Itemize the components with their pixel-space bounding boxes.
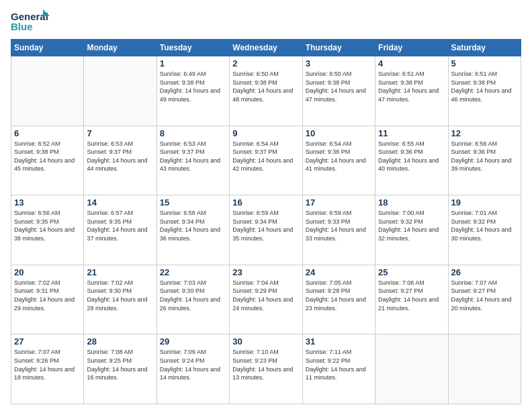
day-number: 28 xyxy=(87,336,153,347)
day-number: 6 xyxy=(14,128,81,138)
day-number: 2 xyxy=(232,58,299,68)
weekday-header-monday: Monday xyxy=(84,40,157,56)
day-number: 30 xyxy=(232,336,299,347)
calendar-cell: 31Sunrise: 7:11 AMSunset: 9:22 PMDayligh… xyxy=(302,334,375,404)
week-row-4: 20Sunrise: 7:02 AMSunset: 9:31 PMDayligh… xyxy=(11,265,521,334)
day-info: Sunrise: 7:02 AMSunset: 9:31 PMDaylight:… xyxy=(14,279,81,312)
day-number: 15 xyxy=(160,197,226,208)
calendar-cell: 2Sunrise: 6:50 AMSunset: 9:38 PMDaylight… xyxy=(230,56,302,126)
day-info: Sunrise: 7:02 AMSunset: 9:30 PMDaylight:… xyxy=(87,279,153,312)
day-info: Sunrise: 7:07 AMSunset: 9:26 PMDaylight:… xyxy=(14,348,81,381)
day-info: Sunrise: 6:49 AMSunset: 9:38 PMDaylight:… xyxy=(160,70,226,103)
day-number: 5 xyxy=(451,58,518,68)
weekday-header-row: SundayMondayTuesdayWednesdayThursdayFrid… xyxy=(11,40,521,56)
calendar-cell: 22Sunrise: 7:03 AMSunset: 9:30 PMDayligh… xyxy=(157,265,229,334)
calendar-cell xyxy=(448,334,521,404)
day-info: Sunrise: 7:06 AMSunset: 9:27 PMDaylight:… xyxy=(378,279,445,312)
calendar-cell: 12Sunrise: 6:56 AMSunset: 9:36 PMDayligh… xyxy=(448,126,521,195)
calendar-cell: 7Sunrise: 6:53 AMSunset: 9:37 PMDaylight… xyxy=(84,126,157,195)
day-number: 8 xyxy=(160,128,226,138)
calendar-cell: 30Sunrise: 7:10 AMSunset: 9:23 PMDayligh… xyxy=(230,334,302,404)
day-number: 20 xyxy=(14,267,81,277)
day-info: Sunrise: 6:54 AMSunset: 9:36 PMDaylight:… xyxy=(306,140,372,173)
calendar-cell xyxy=(84,56,157,126)
calendar-cell: 24Sunrise: 7:05 AMSunset: 9:28 PMDayligh… xyxy=(302,265,375,334)
day-number: 18 xyxy=(378,197,445,208)
calendar-cell: 16Sunrise: 6:59 AMSunset: 9:34 PMDayligh… xyxy=(230,195,302,265)
day-info: Sunrise: 6:56 AMSunset: 9:36 PMDaylight:… xyxy=(451,140,518,173)
calendar-cell: 29Sunrise: 7:09 AMSunset: 9:24 PMDayligh… xyxy=(157,334,229,404)
day-info: Sunrise: 6:52 AMSunset: 9:38 PMDaylight:… xyxy=(14,140,81,173)
day-info: Sunrise: 6:58 AMSunset: 9:34 PMDaylight:… xyxy=(160,209,226,242)
day-info: Sunrise: 6:50 AMSunset: 9:38 PMDaylight:… xyxy=(232,70,299,103)
day-number: 3 xyxy=(306,58,372,68)
calendar-cell xyxy=(375,334,448,404)
week-row-3: 13Sunrise: 6:56 AMSunset: 9:35 PMDayligh… xyxy=(11,195,521,265)
day-number: 29 xyxy=(160,336,226,347)
day-number: 13 xyxy=(14,197,81,208)
day-number: 9 xyxy=(232,128,299,138)
day-number: 11 xyxy=(378,128,445,138)
day-info: Sunrise: 6:59 AMSunset: 9:34 PMDaylight:… xyxy=(232,209,299,242)
day-number: 24 xyxy=(306,267,372,277)
calendar-cell: 10Sunrise: 6:54 AMSunset: 9:36 PMDayligh… xyxy=(302,126,375,195)
day-number: 1 xyxy=(160,58,226,68)
day-info: Sunrise: 7:10 AMSunset: 9:23 PMDaylight:… xyxy=(232,348,299,381)
weekday-header-friday: Friday xyxy=(375,40,448,56)
calendar: SundayMondayTuesdayWednesdayThursdayFrid… xyxy=(11,39,521,404)
calendar-cell: 14Sunrise: 6:57 AMSunset: 9:35 PMDayligh… xyxy=(84,195,157,265)
day-number: 4 xyxy=(378,58,445,68)
day-info: Sunrise: 6:50 AMSunset: 9:38 PMDaylight:… xyxy=(306,70,372,103)
weekday-header-wednesday: Wednesday xyxy=(230,40,302,56)
weekday-header-thursday: Thursday xyxy=(302,40,375,56)
day-info: Sunrise: 7:00 AMSunset: 9:32 PMDaylight:… xyxy=(378,209,445,242)
calendar-cell: 18Sunrise: 7:00 AMSunset: 9:32 PMDayligh… xyxy=(375,195,448,265)
day-info: Sunrise: 7:03 AMSunset: 9:30 PMDaylight:… xyxy=(160,279,226,312)
day-info: Sunrise: 6:53 AMSunset: 9:37 PMDaylight:… xyxy=(87,140,153,173)
day-info: Sunrise: 7:01 AMSunset: 9:32 PMDaylight:… xyxy=(451,209,518,242)
calendar-cell: 17Sunrise: 6:59 AMSunset: 9:33 PMDayligh… xyxy=(302,195,375,265)
week-row-5: 27Sunrise: 7:07 AMSunset: 9:26 PMDayligh… xyxy=(11,334,521,404)
calendar-cell: 1Sunrise: 6:49 AMSunset: 9:38 PMDaylight… xyxy=(157,56,229,126)
weekday-header-tuesday: Tuesday xyxy=(157,40,229,56)
calendar-cell: 20Sunrise: 7:02 AMSunset: 9:31 PMDayligh… xyxy=(11,265,84,334)
day-number: 25 xyxy=(378,267,445,277)
day-info: Sunrise: 7:09 AMSunset: 9:24 PMDaylight:… xyxy=(160,348,226,381)
day-number: 21 xyxy=(87,267,153,277)
day-info: Sunrise: 6:51 AMSunset: 9:38 PMDaylight:… xyxy=(451,70,518,103)
day-info: Sunrise: 7:04 AMSunset: 9:29 PMDaylight:… xyxy=(232,279,299,312)
day-number: 7 xyxy=(87,128,153,138)
calendar-cell: 28Sunrise: 7:08 AMSunset: 9:25 PMDayligh… xyxy=(84,334,157,404)
week-row-2: 6Sunrise: 6:52 AMSunset: 9:38 PMDaylight… xyxy=(11,126,521,195)
day-info: Sunrise: 6:54 AMSunset: 9:37 PMDaylight:… xyxy=(232,140,299,173)
calendar-cell: 15Sunrise: 6:58 AMSunset: 9:34 PMDayligh… xyxy=(157,195,229,265)
calendar-cell: 19Sunrise: 7:01 AMSunset: 9:32 PMDayligh… xyxy=(448,195,521,265)
page: GeneralBlue SundayMondayTuesdayWednesday… xyxy=(0,0,532,411)
day-number: 17 xyxy=(306,197,372,208)
calendar-cell: 26Sunrise: 7:07 AMSunset: 9:27 PMDayligh… xyxy=(448,265,521,334)
day-number: 12 xyxy=(451,128,518,138)
calendar-cell: 8Sunrise: 6:53 AMSunset: 9:37 PMDaylight… xyxy=(157,126,229,195)
calendar-cell xyxy=(11,56,84,126)
weekday-header-sunday: Sunday xyxy=(11,40,84,56)
day-number: 19 xyxy=(451,197,518,208)
day-info: Sunrise: 7:07 AMSunset: 9:27 PMDaylight:… xyxy=(451,279,518,312)
calendar-cell: 4Sunrise: 6:51 AMSunset: 9:38 PMDaylight… xyxy=(375,56,448,126)
day-number: 14 xyxy=(87,197,153,208)
weekday-header-saturday: Saturday xyxy=(448,40,521,56)
day-info: Sunrise: 6:56 AMSunset: 9:35 PMDaylight:… xyxy=(14,209,81,242)
day-number: 16 xyxy=(232,197,299,208)
day-info: Sunrise: 6:53 AMSunset: 9:37 PMDaylight:… xyxy=(160,140,226,173)
day-info: Sunrise: 7:11 AMSunset: 9:22 PMDaylight:… xyxy=(306,348,372,381)
svg-text:Blue: Blue xyxy=(11,21,33,32)
calendar-cell: 23Sunrise: 7:04 AMSunset: 9:29 PMDayligh… xyxy=(230,265,302,334)
week-row-1: 1Sunrise: 6:49 AMSunset: 9:38 PMDaylight… xyxy=(11,56,521,126)
calendar-cell: 27Sunrise: 7:07 AMSunset: 9:26 PMDayligh… xyxy=(11,334,84,404)
calendar-cell: 13Sunrise: 6:56 AMSunset: 9:35 PMDayligh… xyxy=(11,195,84,265)
day-info: Sunrise: 7:05 AMSunset: 9:28 PMDaylight:… xyxy=(306,279,372,312)
calendar-cell: 5Sunrise: 6:51 AMSunset: 9:38 PMDaylight… xyxy=(448,56,521,126)
day-info: Sunrise: 6:55 AMSunset: 9:36 PMDaylight:… xyxy=(378,140,445,173)
day-number: 23 xyxy=(232,267,299,277)
calendar-cell: 9Sunrise: 6:54 AMSunset: 9:37 PMDaylight… xyxy=(230,126,302,195)
day-info: Sunrise: 6:59 AMSunset: 9:33 PMDaylight:… xyxy=(306,209,372,242)
